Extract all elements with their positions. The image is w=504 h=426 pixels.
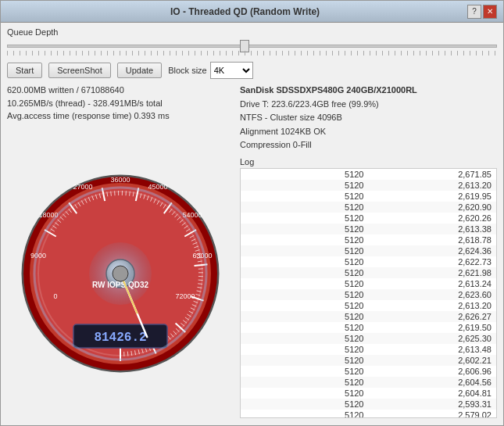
digital-value: 81426.2 xyxy=(94,331,146,345)
tick-mark xyxy=(130,192,130,196)
tick-mark xyxy=(198,284,202,285)
screenshot-button[interactable]: ScreenShot xyxy=(48,63,110,78)
log-col2: 2,593.31 xyxy=(369,399,497,410)
log-col2: 2,613.20 xyxy=(369,300,497,311)
log-col1: 5120 xyxy=(241,377,369,388)
stats-line2: 10.265MB/s (thread) - 328.491MB/s total xyxy=(7,97,234,110)
log-col1: 5120 xyxy=(241,344,369,355)
log-row: 51202,620.26 xyxy=(241,213,496,224)
stats-text: 620.00MB written / 671088640 10.265MB/s … xyxy=(7,84,234,123)
log-label: Log xyxy=(240,157,497,166)
log-col2: 2,626.27 xyxy=(369,311,497,322)
log-col1: 5120 xyxy=(241,322,369,333)
log-row: 51202,618.78 xyxy=(241,234,496,245)
scale-36000: 36000 xyxy=(110,176,130,184)
log-col1: 5120 xyxy=(241,213,369,224)
help-button[interactable]: ? xyxy=(467,5,481,19)
log-col2: 2,623.60 xyxy=(369,289,497,300)
log-col2: 2,613.20 xyxy=(369,180,497,191)
log-col1: 5120 xyxy=(241,224,369,234)
scale-0: 0 xyxy=(53,292,57,300)
log-col2: 2,671.85 xyxy=(369,169,497,180)
title-controls: ? ✕ xyxy=(467,5,497,19)
drive-line5: Compression 0-Fill xyxy=(240,138,497,152)
log-col2: 2,620.26 xyxy=(369,213,497,224)
log-row: 51202,622.73 xyxy=(241,256,496,267)
log-row: 51202,620.90 xyxy=(241,202,496,213)
log-col1: 5120 xyxy=(241,399,369,410)
gauge-display: 0 9000 18000 27000 36000 45000 54000 630… xyxy=(19,172,222,375)
log-col1: 5120 xyxy=(241,366,369,377)
controls-row: Start ScreenShot Update Block size 4K 51… xyxy=(7,62,497,79)
start-button[interactable]: Start xyxy=(7,63,42,78)
log-row: 51202,619.50 xyxy=(241,322,496,333)
log-row: 51202,593.31 xyxy=(241,399,496,410)
log-row: 51202,619.95 xyxy=(241,191,496,202)
close-button[interactable]: ✕ xyxy=(483,5,497,19)
scale-9000: 9000 xyxy=(30,252,46,260)
tick-mark xyxy=(198,280,203,281)
log-row: 51202,621.98 xyxy=(241,267,496,278)
block-size-group: Block size 4K 512B 1K 2K 8K 16K 32K 64K … xyxy=(168,62,253,79)
log-col2: 2,619.95 xyxy=(369,191,497,202)
scale-63000: 63000 xyxy=(192,252,212,260)
stats-line3: Avg.access time (response time) 0.393 ms xyxy=(7,109,234,123)
queue-section: Queue Depth xyxy=(7,27,497,57)
log-row: 51202,606.96 xyxy=(241,366,496,377)
log-col2: 2,624.36 xyxy=(369,245,497,256)
log-col2: 2,613.38 xyxy=(369,224,497,234)
log-col2: 2,606.96 xyxy=(369,366,497,377)
gauge-hub xyxy=(113,266,128,281)
log-row: 51202,671.85 xyxy=(241,169,496,180)
log-col2: 2,613.24 xyxy=(369,278,497,289)
update-button[interactable]: Update xyxy=(117,63,162,78)
log-col1: 5120 xyxy=(241,256,369,267)
window-title: IO - Threaded QD (Random Write) xyxy=(23,6,467,17)
log-col1: 5120 xyxy=(241,267,369,278)
main-window: IO - Threaded QD (Random Write) ? ✕ Queu… xyxy=(0,0,504,426)
log-section: Log 51202,671.8551202,613.2051202,619.95… xyxy=(240,157,497,421)
log-col2: 2,619.50 xyxy=(369,322,497,333)
log-col2: 2,604.81 xyxy=(369,388,497,399)
log-row: 51202,613.38 xyxy=(241,224,496,234)
log-col2: 2,622.73 xyxy=(369,256,497,267)
log-col1: 5120 xyxy=(241,169,369,180)
drive-info: SanDisk SDSSDXPS480G 240GB/X21000RL Driv… xyxy=(240,84,497,152)
log-col2: 2,613.48 xyxy=(369,344,497,355)
log-row: 51202,613.20 xyxy=(241,300,496,311)
log-col1: 5120 xyxy=(241,300,369,311)
drive-line4: Alignment 1024KB OK xyxy=(240,125,497,139)
tick-mark xyxy=(127,352,128,356)
log-table: 51202,671.8551202,613.2051202,619.955120… xyxy=(241,169,496,418)
queue-depth-slider[interactable] xyxy=(7,45,497,48)
log-col1: 5120 xyxy=(241,410,369,418)
log-col2: 2,620.90 xyxy=(369,202,497,213)
scale-45000: 45000 xyxy=(148,183,167,191)
log-row: 51202,613.24 xyxy=(241,278,496,289)
log-col2: 2,602.21 xyxy=(369,355,497,366)
main-area: 620.00MB written / 671088640 10.265MB/s … xyxy=(7,84,497,421)
log-col1: 5120 xyxy=(241,191,369,202)
log-col2: 2,618.78 xyxy=(369,234,497,245)
log-row: 51202,579.02 xyxy=(241,410,496,418)
log-row: 51202,625.30 xyxy=(241,333,496,344)
log-col1: 5120 xyxy=(241,388,369,399)
log-col1: 5120 xyxy=(241,245,369,256)
block-size-label: Block size xyxy=(168,66,207,75)
scale-27000: 27000 xyxy=(73,183,92,191)
log-row: 51202,613.20 xyxy=(241,180,496,191)
log-row: 51202,602.21 xyxy=(241,355,496,366)
tick-marks xyxy=(7,51,497,57)
log-col1: 5120 xyxy=(241,234,369,245)
gauge-label: RW IOPS QD32 xyxy=(92,281,148,289)
log-table-wrapper[interactable]: 51202,671.8551202,613.2051202,619.955120… xyxy=(240,168,497,418)
block-size-select[interactable]: 4K 512B 1K 2K 8K 16K 32K 64K 128K xyxy=(210,62,253,79)
log-col2: 2,604.56 xyxy=(369,377,497,388)
right-panel: SanDisk SDSSDXPS480G 240GB/X21000RL Driv… xyxy=(240,84,497,421)
log-row: 51202,604.81 xyxy=(241,388,496,399)
log-row: 51202,623.60 xyxy=(241,289,496,300)
log-col1: 5120 xyxy=(241,311,369,322)
log-col1: 5120 xyxy=(241,202,369,213)
queue-label: Queue Depth xyxy=(7,27,497,37)
log-col1: 5120 xyxy=(241,289,369,300)
